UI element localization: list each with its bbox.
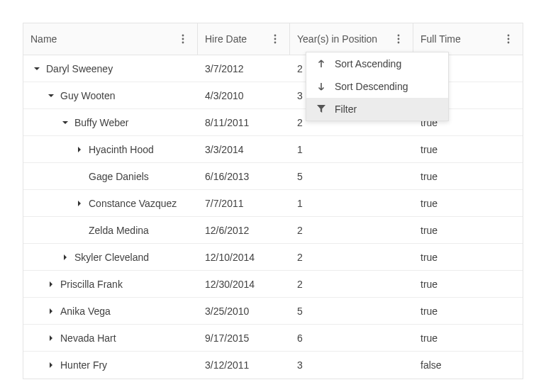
full-time-value: true <box>420 252 438 263</box>
expand-icon[interactable] <box>74 145 84 155</box>
row-name-label: Skyler Cleveland <box>74 252 149 263</box>
cell-full-time: true <box>413 244 523 270</box>
table-row[interactable]: Skyler Cleveland12/10/20142true <box>23 244 523 271</box>
svg-point-1 <box>182 38 184 40</box>
table-row[interactable]: Gage Daniels6/16/20135true <box>23 163 523 190</box>
cell-hire-date: 12/30/2014 <box>198 271 290 297</box>
column-context-menu: Sort Ascending Sort Descending Filter <box>306 52 449 121</box>
table-row[interactable]: Constance Vazquez7/7/20111true <box>23 190 523 217</box>
cell-name: Zelda Medina <box>23 217 198 243</box>
years-value: 2 <box>297 252 303 263</box>
row-name-label: Nevada Hart <box>60 332 116 344</box>
full-time-value: true <box>420 198 438 209</box>
expand-icon[interactable] <box>46 306 56 316</box>
cell-hire-date: 7/7/2011 <box>198 190 290 216</box>
cell-hire-date: 6/16/2013 <box>198 163 290 189</box>
column-header-name[interactable]: Name <box>23 23 198 55</box>
cell-full-time: true <box>413 325 523 351</box>
cell-full-time: true <box>413 163 523 189</box>
cell-name: Buffy Weber <box>23 109 198 135</box>
table-row[interactable]: Anika Vega3/25/20105true <box>23 298 523 325</box>
svg-point-2 <box>182 42 184 44</box>
years-value: 3 <box>297 90 303 101</box>
full-time-value: true <box>420 279 438 290</box>
cell-years: 2 <box>290 271 413 297</box>
cell-full-time: true <box>413 190 523 216</box>
cell-hire-date: 12/10/2014 <box>198 244 290 270</box>
cell-full-time: true <box>413 271 523 297</box>
more-vertical-icon[interactable] <box>176 32 190 46</box>
cell-hire-date: 8/11/2011 <box>198 109 290 135</box>
row-name-label: Buffy Weber <box>74 117 129 128</box>
row-name-label: Zelda Medina <box>89 225 149 236</box>
full-time-value: true <box>420 332 438 344</box>
years-value: 2 <box>297 225 303 236</box>
svg-point-3 <box>274 35 277 37</box>
table-row[interactable]: Priscilla Frank12/30/20142true <box>23 271 523 298</box>
cell-hire-date: 3/7/2012 <box>198 55 290 82</box>
table-row[interactable]: Zelda Medina12/6/20122true <box>23 217 523 244</box>
row-name-label: Priscilla Frank <box>60 279 123 290</box>
cell-hire-date: 3/12/2011 <box>198 352 290 379</box>
cell-years: 2 <box>290 244 413 270</box>
cell-hire-date: 3/25/2010 <box>198 298 290 324</box>
cell-years: 5 <box>290 163 413 189</box>
column-header-hire-date[interactable]: Hire Date <box>198 23 290 55</box>
menu-item-sort-ascending[interactable]: Sort Ascending <box>306 52 448 75</box>
column-label: Year(s) in Position <box>297 33 391 45</box>
row-name-label: Guy Wooten <box>60 90 116 101</box>
filter-icon <box>315 105 328 113</box>
arrow-down-icon <box>315 82 328 91</box>
expand-icon[interactable] <box>74 198 84 208</box>
full-time-value: true <box>420 225 438 236</box>
row-name-label: Anika Vega <box>60 306 111 317</box>
table-row[interactable]: Hunter Fry3/12/20113false <box>23 352 523 379</box>
years-value: 1 <box>297 144 303 155</box>
cell-hire-date: 12/6/2012 <box>198 217 290 243</box>
menu-item-label: Filter <box>335 103 357 115</box>
svg-point-0 <box>182 35 184 37</box>
cell-years: 6 <box>290 325 413 351</box>
collapse-icon[interactable] <box>32 64 42 74</box>
hire-date-value: 3/3/2014 <box>205 144 244 155</box>
cell-full-time: true <box>413 136 523 162</box>
cell-name: Nevada Hart <box>23 325 198 351</box>
expand-icon[interactable] <box>60 252 70 262</box>
more-vertical-icon[interactable] <box>501 32 516 46</box>
cell-name: Constance Vazquez <box>23 190 198 216</box>
column-header-full-time[interactable]: Full Time <box>413 23 523 55</box>
column-header-years[interactable]: Year(s) in Position <box>290 23 413 55</box>
column-label: Name <box>30 33 176 45</box>
hire-date-value: 7/7/2011 <box>205 198 244 209</box>
row-name-label: Hyacinth Hood <box>89 144 154 155</box>
cell-name: Anika Vega <box>23 298 198 324</box>
more-vertical-icon[interactable] <box>391 32 406 46</box>
cell-name: Guy Wooten <box>23 82 198 108</box>
years-value: 2 <box>297 117 303 128</box>
years-value: 6 <box>297 332 303 344</box>
expand-icon[interactable] <box>46 333 56 343</box>
menu-item-label: Sort Descending <box>335 81 408 92</box>
cell-name: Hunter Fry <box>23 352 198 379</box>
menu-item-filter[interactable]: Filter <box>306 98 448 121</box>
expand-icon[interactable] <box>46 279 56 289</box>
cell-years: 5 <box>290 298 413 324</box>
full-time-value: true <box>420 306 438 317</box>
collapse-icon[interactable] <box>60 118 70 128</box>
menu-item-sort-descending[interactable]: Sort Descending <box>306 75 448 98</box>
column-label: Hire Date <box>205 33 268 45</box>
collapse-icon[interactable] <box>46 91 56 101</box>
expand-icon[interactable] <box>46 360 56 370</box>
svg-point-5 <box>274 42 277 44</box>
cell-full-time: true <box>413 217 523 243</box>
cell-hire-date: 3/3/2014 <box>198 136 290 162</box>
hire-date-value: 3/12/2011 <box>205 359 249 371</box>
row-name-label: Daryl Sweeney <box>46 63 113 74</box>
years-value: 2 <box>297 279 303 290</box>
cell-name: Hyacinth Hood <box>23 136 198 162</box>
cell-years: 2 <box>290 217 413 243</box>
table-row[interactable]: Hyacinth Hood3/3/20141true <box>23 136 523 163</box>
svg-point-10 <box>508 38 510 40</box>
table-row[interactable]: Nevada Hart9/17/20156true <box>23 325 523 352</box>
more-vertical-icon[interactable] <box>268 32 282 46</box>
